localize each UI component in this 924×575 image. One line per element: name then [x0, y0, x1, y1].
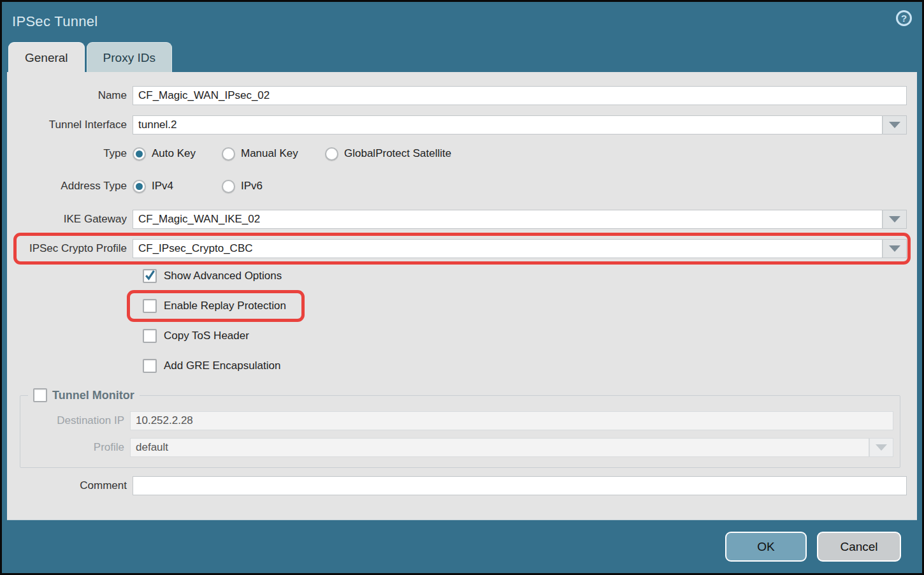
radio-icon — [133, 180, 146, 193]
copy-tos-header-label: Copy ToS Header — [164, 330, 249, 342]
checkbox-unchecked-icon — [143, 299, 157, 313]
ipsec-crypto-profile-dropdown-button[interactable] — [883, 239, 907, 258]
add-gre-encapsulation-checkbox[interactable]: Add GRE Encapsulation — [143, 359, 280, 373]
ike-gateway-dropdown-button[interactable] — [883, 210, 907, 229]
checkmark-icon — [144, 269, 155, 283]
comment-input[interactable] — [133, 476, 907, 495]
tunnel-interface-row: Tunnel Interface — [7, 115, 917, 135]
name-label: Name — [7, 89, 133, 102]
address-type-row: Address Type IPv4 IPv6 — [7, 177, 917, 195]
radio-ipv4[interactable]: IPv4 — [133, 180, 222, 193]
dialog-titlebar: IPSec Tunnel ? — [2, 2, 922, 42]
radio-globalprotect-satellite-label: GlobalProtect Satellite — [344, 147, 451, 160]
chevron-down-icon — [876, 444, 887, 451]
name-row: Name — [7, 86, 917, 105]
enable-replay-protection-checkbox[interactable]: Enable Replay Protection — [127, 290, 305, 322]
general-tab-panel: Name Tunnel Interface Type Auto Key — [7, 72, 917, 520]
tab-bar: General Proxy IDs — [2, 42, 922, 72]
profile-label: Profile — [20, 441, 130, 454]
radio-icon — [222, 147, 235, 161]
chevron-down-icon — [889, 245, 900, 252]
chevron-down-icon — [889, 122, 900, 128]
dialog-title: IPSec Tunnel — [12, 13, 97, 29]
show-advanced-options-label: Show Advanced Options — [164, 270, 282, 282]
dialog-footer: OK Cancel — [2, 520, 922, 573]
radio-ipv4-label: IPv4 — [152, 180, 173, 193]
show-advanced-options-checkbox[interactable]: Show Advanced Options — [143, 269, 282, 283]
destination-ip-row: Destination IP — [20, 411, 893, 430]
ipsec-tunnel-dialog: IPSec Tunnel ? General Proxy IDs Name Tu… — [2, 2, 922, 573]
profile-row: Profile — [20, 438, 893, 457]
chevron-down-icon — [889, 216, 900, 222]
ok-button[interactable]: OK — [725, 532, 807, 562]
copy-tos-header-row: Copy ToS Header — [143, 328, 917, 344]
radio-manual-key-label: Manual Key — [241, 147, 298, 160]
add-gre-encapsulation-label: Add GRE Encapsulation — [164, 360, 280, 372]
ipsec-crypto-profile-input[interactable] — [133, 239, 883, 258]
radio-ipv6-label: IPv6 — [241, 180, 263, 193]
tab-proxy-ids[interactable]: Proxy IDs — [87, 42, 172, 72]
copy-tos-header-checkbox[interactable]: Copy ToS Header — [143, 329, 249, 343]
tunnel-monitor-label: Tunnel Monitor — [52, 389, 134, 402]
tab-general-label: General — [25, 51, 68, 64]
add-gre-encapsulation-row: Add GRE Encapsulation — [143, 358, 917, 374]
destination-ip-input — [130, 411, 893, 430]
profile-dropdown-button — [869, 438, 893, 457]
tunnel-interface-label: Tunnel Interface — [7, 119, 133, 131]
ipsec-crypto-profile-label: IPSec Crypto Profile — [22, 242, 133, 255]
comment-label: Comment — [7, 479, 133, 492]
type-row: Type Auto Key Manual Key GlobalProtect S… — [7, 145, 917, 163]
tunnel-monitor-legend: Tunnel Monitor — [28, 388, 140, 402]
tunnel-monitor-checkbox[interactable] — [33, 388, 47, 402]
radio-ipv6[interactable]: IPv6 — [222, 180, 263, 193]
radio-icon — [133, 147, 146, 161]
checkbox-unchecked-icon — [143, 359, 157, 373]
cancel-button[interactable]: Cancel — [817, 532, 901, 562]
ipsec-crypto-profile-row-highlight: IPSec Crypto Profile — [13, 233, 911, 265]
enable-replay-protection-row: Enable Replay Protection — [143, 298, 917, 314]
tunnel-interface-dropdown-button[interactable] — [883, 115, 907, 135]
tunnel-interface-input[interactable] — [133, 115, 883, 135]
tunnel-monitor-section: Tunnel Monitor Destination IP Profile — [20, 388, 900, 468]
profile-input — [130, 438, 869, 457]
radio-globalprotect-satellite[interactable]: GlobalProtect Satellite — [325, 147, 451, 161]
tab-proxy-ids-label: Proxy IDs — [103, 51, 155, 64]
ike-gateway-row: IKE Gateway — [7, 210, 917, 229]
radio-icon — [222, 180, 235, 193]
destination-ip-label: Destination IP — [20, 414, 130, 427]
comment-row: Comment — [7, 476, 917, 495]
ike-gateway-label: IKE Gateway — [7, 213, 133, 226]
radio-auto-key[interactable]: Auto Key — [133, 147, 222, 161]
address-type-label: Address Type — [7, 180, 133, 193]
help-icon[interactable]: ? — [896, 10, 912, 26]
name-input[interactable] — [133, 86, 907, 105]
tab-general[interactable]: General — [8, 42, 85, 72]
enable-replay-protection-label: Enable Replay Protection — [164, 300, 286, 312]
radio-auto-key-label: Auto Key — [152, 147, 196, 160]
type-label: Type — [7, 147, 133, 160]
checkbox-unchecked-icon — [143, 329, 157, 343]
checkbox-checked-icon — [143, 269, 157, 283]
help-glyph: ? — [901, 13, 907, 24]
ike-gateway-input[interactable] — [133, 210, 883, 229]
show-advanced-options-row: Show Advanced Options — [143, 268, 917, 284]
radio-icon — [325, 147, 338, 161]
radio-manual-key[interactable]: Manual Key — [222, 147, 325, 161]
